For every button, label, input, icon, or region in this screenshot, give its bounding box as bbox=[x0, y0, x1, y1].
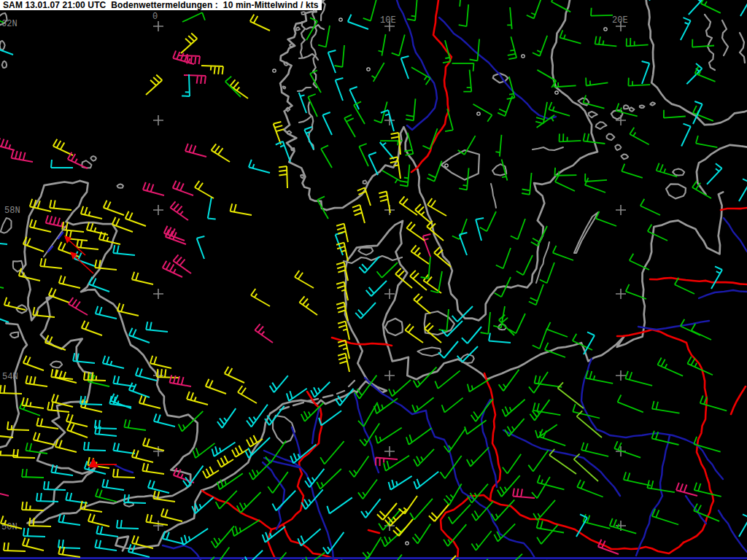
svg-text:54N: 54N bbox=[2, 372, 18, 382]
svg-text:10E: 10E bbox=[380, 15, 396, 26]
svg-text:58N: 58N bbox=[4, 206, 20, 216]
svg-text:0: 0 bbox=[152, 12, 158, 22]
svg-text:62N: 62N bbox=[1, 19, 18, 29]
svg-text:20E: 20E bbox=[612, 15, 628, 26]
